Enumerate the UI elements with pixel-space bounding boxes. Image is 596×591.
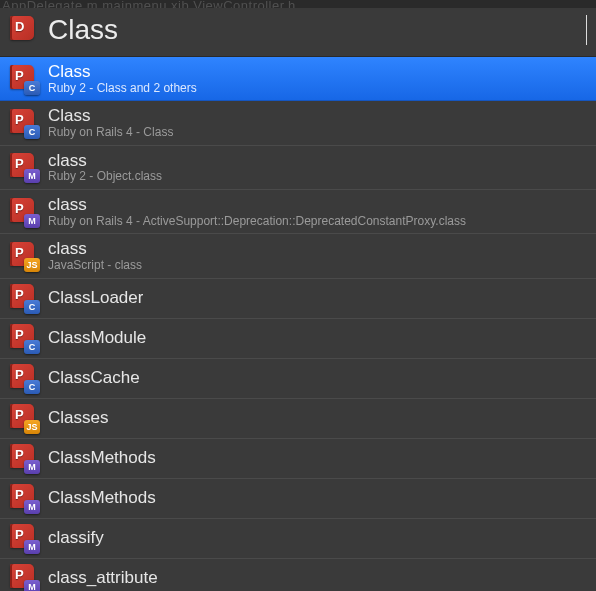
type-badge-icon: M (24, 214, 40, 228)
type-badge-icon: JS (24, 420, 40, 434)
app-icon-letter: D (15, 19, 24, 34)
result-title: class (48, 239, 142, 259)
type-badge-icon: M (24, 169, 40, 183)
result-text: ClassMethods (48, 448, 156, 468)
docset-icon: PM (10, 524, 38, 552)
result-item[interactable]: PCClassCache (0, 359, 596, 399)
result-text: ClassLoader (48, 288, 143, 308)
result-item[interactable]: PMclassRuby on Rails 4 - ActiveSupport::… (0, 190, 596, 234)
docset-icon-letter: P (15, 112, 24, 127)
docset-icon: PJS (10, 242, 38, 270)
docset-icon: PM (10, 564, 38, 591)
text-caret (586, 15, 587, 45)
search-bar: D (0, 8, 596, 57)
type-badge-icon: JS (24, 258, 40, 272)
result-subtitle: Ruby 2 - Class and 2 others (48, 82, 197, 96)
result-text: ClassModule (48, 328, 146, 348)
type-badge-icon: C (24, 340, 40, 354)
docset-icon-letter: P (15, 407, 24, 422)
type-badge-icon: C (24, 300, 40, 314)
docset-icon-letter: P (15, 487, 24, 502)
result-text: classRuby on Rails 4 - ActiveSupport::De… (48, 195, 466, 228)
result-item[interactable]: PCClassRuby 2 - Class and 2 others (0, 57, 596, 101)
docset-icon: PM (10, 444, 38, 472)
result-title: Class (48, 62, 197, 82)
result-subtitle: JavaScript - class (48, 259, 142, 273)
type-badge-icon: C (24, 125, 40, 139)
result-item[interactable]: PCClassRuby on Rails 4 - Class (0, 101, 596, 145)
result-title: class (48, 151, 162, 171)
result-text: classRuby 2 - Object.class (48, 151, 162, 184)
results-list[interactable]: PCClassRuby 2 - Class and 2 othersPCClas… (0, 57, 596, 591)
result-item[interactable]: PMclassRuby 2 - Object.class (0, 146, 596, 190)
type-badge-icon: M (24, 500, 40, 514)
docset-icon-letter: P (15, 367, 24, 382)
result-title: classify (48, 528, 104, 548)
result-item[interactable]: PJSclassJavaScript - class (0, 234, 596, 278)
result-item[interactable]: PCClassLoader (0, 279, 596, 319)
result-title: Class (48, 106, 173, 126)
result-title: ClassMethods (48, 448, 156, 468)
docset-icon-letter: P (15, 245, 24, 260)
docset-icon-letter: P (15, 447, 24, 462)
result-item[interactable]: PMClassMethods (0, 439, 596, 479)
result-subtitle: Ruby 2 - Object.class (48, 170, 162, 184)
docset-icon: PC (10, 284, 38, 312)
search-field-wrap[interactable] (48, 14, 588, 46)
docset-icon-letter: P (15, 156, 24, 171)
result-text: class_attribute (48, 568, 158, 588)
result-item[interactable]: PCClassModule (0, 319, 596, 359)
result-title: ClassCache (48, 368, 140, 388)
result-text: ClassRuby 2 - Class and 2 others (48, 62, 197, 95)
result-item[interactable]: PMclass_attribute (0, 559, 596, 591)
result-text: Classes (48, 408, 108, 428)
docset-icon-letter: P (15, 327, 24, 342)
docset-icon: PM (10, 153, 38, 181)
docset-icon: PM (10, 484, 38, 512)
type-badge-icon: C (24, 380, 40, 394)
result-text: ClassCache (48, 368, 140, 388)
docset-icon: PC (10, 65, 38, 93)
result-text: classJavaScript - class (48, 239, 142, 272)
result-subtitle: Ruby on Rails 4 - Class (48, 126, 173, 140)
app-icon: D (10, 16, 38, 44)
quick-search-overlay: D PCClassRuby 2 - Class and 2 othersPCCl… (0, 8, 596, 591)
result-title: class_attribute (48, 568, 158, 588)
result-text: classify (48, 528, 104, 548)
result-item[interactable]: PMClassMethods (0, 479, 596, 519)
docset-icon-letter: P (15, 68, 24, 83)
result-item[interactable]: PJSClasses (0, 399, 596, 439)
docset-icon: PC (10, 324, 38, 352)
docset-icon-letter: P (15, 527, 24, 542)
docset-icon: PC (10, 364, 38, 392)
result-subtitle: Ruby on Rails 4 - ActiveSupport::Depreca… (48, 215, 466, 229)
type-badge-icon: M (24, 460, 40, 474)
docset-icon: PJS (10, 404, 38, 432)
docset-icon: PM (10, 198, 38, 226)
result-title: ClassMethods (48, 488, 156, 508)
result-text: ClassRuby on Rails 4 - Class (48, 106, 173, 139)
docset-icon-letter: P (15, 287, 24, 302)
result-title: ClassLoader (48, 288, 143, 308)
docset-icon-letter: P (15, 201, 24, 216)
docset-icon: PC (10, 109, 38, 137)
type-badge-icon: C (24, 81, 40, 95)
result-item[interactable]: PMclassify (0, 519, 596, 559)
docset-icon-letter: P (15, 567, 24, 582)
type-badge-icon: M (24, 540, 40, 554)
type-badge-icon: M (24, 580, 40, 591)
result-title: class (48, 195, 466, 215)
result-text: ClassMethods (48, 488, 156, 508)
search-input[interactable] (48, 14, 588, 46)
result-title: ClassModule (48, 328, 146, 348)
result-title: Classes (48, 408, 108, 428)
